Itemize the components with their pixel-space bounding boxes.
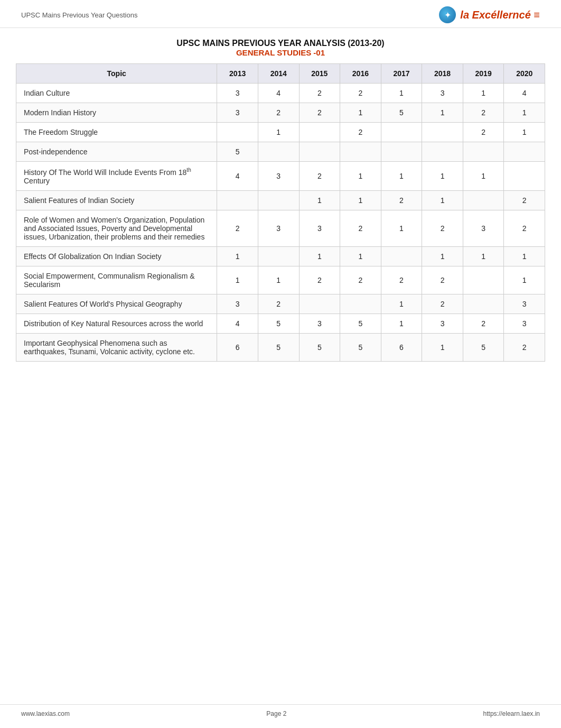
col-2015: 2015 [299, 64, 340, 84]
value-cell: 2 [422, 294, 463, 314]
table-row: Distribution of Key Natural Resources ac… [16, 314, 545, 333]
value-cell [299, 123, 340, 142]
value-cell: 3 [217, 84, 258, 103]
value-cell [422, 123, 463, 142]
topic-cell: Indian Culture [16, 84, 217, 103]
value-cell: 1 [299, 190, 340, 210]
value-cell: 2 [463, 123, 504, 142]
value-cell: 1 [258, 266, 299, 294]
value-cell: 2 [258, 294, 299, 314]
topic-cell: Salient Features Of World's Physical Geo… [16, 294, 217, 314]
value-cell: 5 [340, 333, 381, 361]
col-2018: 2018 [422, 64, 463, 84]
value-cell: 3 [217, 294, 258, 314]
value-cell: 1 [381, 84, 422, 103]
value-cell: 1 [463, 162, 504, 191]
value-cell: 4 [217, 162, 258, 191]
value-cell: 2 [299, 84, 340, 103]
topic-cell: Role of Women and Women's Organization, … [16, 210, 217, 246]
table-row: Modern Indian History32215121 [16, 103, 545, 123]
value-cell [463, 294, 504, 314]
table-row: Salient Features Of World's Physical Geo… [16, 294, 545, 314]
value-cell: 5 [299, 333, 340, 361]
value-cell: 1 [504, 246, 545, 266]
col-2016: 2016 [340, 64, 381, 84]
value-cell [463, 142, 504, 162]
value-cell: 1 [340, 103, 381, 123]
topic-cell: Important Geophysical Phenomena such as … [16, 333, 217, 361]
value-cell: 5 [463, 333, 504, 361]
table-row: Social Empowerment, Communalism Regional… [16, 266, 545, 294]
topic-cell: Modern Indian History [16, 103, 217, 123]
value-cell: 2 [258, 103, 299, 123]
value-cell: 6 [217, 333, 258, 361]
value-cell: 1 [422, 162, 463, 191]
value-cell: 3 [258, 210, 299, 246]
value-cell [299, 142, 340, 162]
col-2017: 2017 [381, 64, 422, 84]
value-cell [299, 294, 340, 314]
value-cell: 3 [504, 314, 545, 333]
analysis-table: Topic 2013 2014 2015 2016 2017 2018 2019… [16, 63, 545, 362]
value-cell: 1 [381, 294, 422, 314]
footer-right: https://elearn.laex.in [483, 710, 540, 717]
col-2019: 2019 [463, 64, 504, 84]
table-row: Important Geophysical Phenomena such as … [16, 333, 545, 361]
value-cell: 5 [340, 314, 381, 333]
logo-text: la Excéllerncé ≡ [460, 9, 540, 21]
value-cell: 3 [258, 162, 299, 191]
value-cell: 2 [299, 266, 340, 294]
value-cell: 1 [217, 246, 258, 266]
logo: ✦ la Excéllerncé ≡ [439, 6, 540, 23]
value-cell [381, 142, 422, 162]
table-row: Effects Of Globalization On Indian Socie… [16, 246, 545, 266]
sub-title: GENERAL STUDIES -01 [16, 48, 545, 57]
value-cell: 3 [422, 314, 463, 333]
value-cell: 2 [504, 190, 545, 210]
value-cell [504, 142, 545, 162]
value-cell: 1 [217, 266, 258, 294]
content-area: UPSC MAINS PREVIOUS YEAR ANALYSIS (2013-… [0, 28, 561, 383]
value-cell: 1 [504, 123, 545, 142]
value-cell: 1 [463, 246, 504, 266]
value-cell: 3 [217, 103, 258, 123]
brand-text: UPSC Mains Previous Year Questions [21, 11, 137, 19]
value-cell [504, 162, 545, 191]
col-2014: 2014 [258, 64, 299, 84]
value-cell: 1 [504, 103, 545, 123]
value-cell: 1 [340, 246, 381, 266]
value-cell: 3 [504, 294, 545, 314]
value-cell: 1 [258, 123, 299, 142]
value-cell [422, 142, 463, 162]
footer: www.laexias.com Page 2 https://elearn.la… [0, 704, 561, 717]
value-cell: 5 [258, 333, 299, 361]
value-cell: 2 [504, 333, 545, 361]
value-cell [217, 123, 258, 142]
value-cell: 1 [340, 190, 381, 210]
value-cell: 2 [422, 266, 463, 294]
value-cell: 2 [381, 190, 422, 210]
footer-left: www.laexias.com [21, 710, 70, 717]
value-cell: 2 [217, 210, 258, 246]
value-cell: 2 [463, 103, 504, 123]
topic-cell: Salient Features of Indian Society [16, 190, 217, 210]
col-topic: Topic [16, 64, 217, 84]
topic-cell: The Freedom Struggle [16, 123, 217, 142]
value-cell: 1 [381, 162, 422, 191]
value-cell: 1 [422, 246, 463, 266]
value-cell: 5 [258, 314, 299, 333]
topic-cell: Social Empowerment, Communalism Regional… [16, 266, 217, 294]
value-cell: 2 [340, 266, 381, 294]
value-cell [258, 246, 299, 266]
value-cell: 3 [463, 210, 504, 246]
value-cell: 1 [463, 84, 504, 103]
table-row: History Of The World Will Include Events… [16, 162, 545, 191]
table-header-row: Topic 2013 2014 2015 2016 2017 2018 2019… [16, 64, 545, 84]
page: UPSC Mains Previous Year Questions ✦ la … [0, 0, 561, 728]
value-cell: 5 [381, 103, 422, 123]
value-cell: 4 [504, 84, 545, 103]
value-cell: 3 [299, 314, 340, 333]
value-cell: 1 [340, 162, 381, 191]
value-cell [217, 190, 258, 210]
value-cell: 1 [299, 246, 340, 266]
